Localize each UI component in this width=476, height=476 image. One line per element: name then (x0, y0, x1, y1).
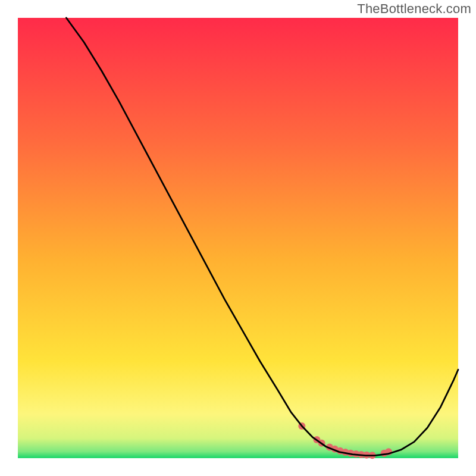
plot-background (18, 18, 458, 458)
watermark-text: TheBottleneck.com (357, 1, 471, 17)
bottleneck-chart (0, 0, 476, 476)
chart-wrap: TheBottleneck.com (0, 0, 476, 476)
